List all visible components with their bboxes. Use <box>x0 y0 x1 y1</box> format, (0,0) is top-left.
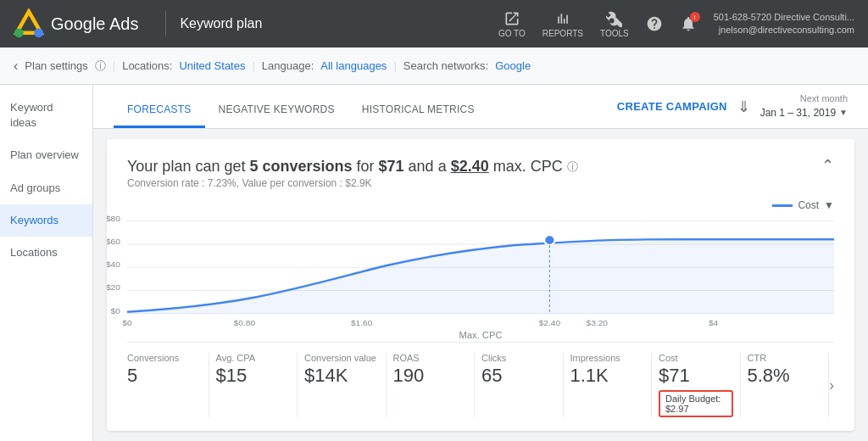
main-layout: Keyword ideas Plan overview Ad groups Ke… <box>0 85 868 441</box>
avg-cpa-label: Avg. CPA <box>216 353 291 363</box>
svg-point-1 <box>34 28 43 37</box>
metric-avg-cpa: Avg. CPA $15 <box>209 353 298 417</box>
chart-legend: Cost ▼ <box>127 199 834 211</box>
conversion-value-label: Conversion value <box>304 353 379 363</box>
goto-icon <box>504 10 520 27</box>
navbar-logo: Google Ads <box>14 8 152 39</box>
legend-dropdown-icon[interactable]: ▼ <box>824 199 834 211</box>
user-info: 501-628-5720 Directive Consulti... jnels… <box>714 11 854 37</box>
ctr-value: 5.8% <box>748 365 822 387</box>
date-range: Next month Jan 1 – 31, 2019 ▼ <box>760 92 848 120</box>
goto-label: GO TO <box>498 29 526 38</box>
svg-text:$4: $4 <box>709 319 719 328</box>
sidebar: Keyword ideas Plan overview Ad groups Ke… <box>0 85 93 441</box>
svg-text:$0: $0 <box>122 319 132 328</box>
download-button[interactable]: ⇓ <box>737 98 750 116</box>
collapse-button[interactable]: ⌃ <box>821 156 834 175</box>
ctr-label: CTR <box>748 353 822 363</box>
impressions-label: Impressions <box>570 353 645 363</box>
metric-impressions: Impressions 1.1K <box>564 353 653 417</box>
legend-line <box>772 204 793 207</box>
language-label: Language: <box>262 59 314 72</box>
info-icon: ⓘ <box>95 59 106 74</box>
notifications-button[interactable]: ! <box>680 15 697 32</box>
tab-negative-keywords[interactable]: NEGATIVE KEYWORDS <box>205 103 348 128</box>
create-campaign-button[interactable]: CREATE CAMPAIGN <box>617 100 727 113</box>
sub-header: ‹ Plan settings ⓘ | Locations: United St… <box>0 47 868 85</box>
content-area: FORECASTS NEGATIVE KEYWORDS HISTORICAL M… <box>93 85 868 441</box>
svg-text:$20: $20 <box>107 283 120 293</box>
google-ads-logo <box>14 8 44 39</box>
date-range-label: Next month <box>800 92 848 105</box>
cost-value: $71 <box>659 365 733 387</box>
reports-icon <box>554 10 571 27</box>
svg-text:$1.60: $1.60 <box>351 319 373 328</box>
plan-settings-label: Plan settings <box>25 59 87 72</box>
notification-badge: ! <box>690 12 700 22</box>
chart-panel: Your plan can get 5 conversions for $71 … <box>107 139 854 431</box>
chart-header: Your plan can get 5 conversions for $71 … <box>127 156 834 196</box>
metrics-more-button[interactable]: › <box>829 353 834 417</box>
help-button[interactable] <box>646 15 663 32</box>
metric-clicks: Clicks 65 <box>475 353 564 417</box>
metric-cost: Cost $71 Daily Budget: $2.97 <box>652 353 741 417</box>
sidebar-item-keywords[interactable]: Keywords <box>0 204 92 237</box>
back-button[interactable]: ‹ <box>14 59 18 74</box>
tools-icon <box>606 10 623 27</box>
navbar-actions: GO TO REPORTS TOOLS ! 501-628-5720 Direc… <box>498 10 854 38</box>
reports-label: REPORTS <box>542 29 583 38</box>
roas-value: 190 <box>393 365 468 387</box>
chart-title-area: Your plan can get 5 conversions for $71 … <box>127 156 578 196</box>
metrics-row: Conversions 5 Avg. CPA $15 Conversion va… <box>127 342 834 417</box>
conversions-value: 5 <box>127 365 202 387</box>
cost-chart: $80 $60 $40 $20 $0 Cost <box>127 215 834 338</box>
help-icon <box>646 15 663 32</box>
chart-subtitle: Conversion rate : 7.23%, Value per conve… <box>127 177 578 189</box>
tabs-left: FORECASTS NEGATIVE KEYWORDS HISTORICAL M… <box>114 85 488 128</box>
sidebar-item-ad-groups[interactable]: Ad groups <box>0 172 92 204</box>
metric-ctr: CTR 5.8% <box>741 353 830 417</box>
svg-text:$0: $0 <box>111 306 121 315</box>
sidebar-item-locations[interactable]: Locations <box>0 237 92 269</box>
sidebar-item-plan-overview[interactable]: Plan overview <box>0 139 92 171</box>
tabs-bar: FORECASTS NEGATIVE KEYWORDS HISTORICAL M… <box>93 85 868 129</box>
tab-historical-metrics[interactable]: HISTORICAL METRICS <box>348 103 488 128</box>
reports-button[interactable]: REPORTS <box>542 10 583 38</box>
avg-cpa-value: $15 <box>216 365 291 387</box>
daily-budget-badge: Daily Budget: $2.97 <box>659 390 733 417</box>
tabs-right: CREATE CAMPAIGN ⇓ Next month Jan 1 – 31,… <box>617 92 848 120</box>
search-networks-label: Search networks: <box>403 59 488 72</box>
sidebar-item-keyword-ideas[interactable]: Keyword ideas <box>0 92 92 139</box>
cost-label: Cost <box>659 353 733 363</box>
svg-text:$60: $60 <box>107 237 120 246</box>
locations-label: Locations: <box>122 59 172 72</box>
search-networks-value[interactable]: Google <box>495 59 531 72</box>
goto-button[interactable]: GO TO <box>498 10 526 38</box>
svg-text:$40: $40 <box>107 260 120 270</box>
chart-area: $80 $60 $40 $20 $0 Cost <box>127 215 834 338</box>
svg-text:$3.20: $3.20 <box>587 319 609 328</box>
metric-conversion-value: Conversion value $14K <box>298 353 387 417</box>
user-phone: 501-628-5720 Directive Consulti... <box>714 11 854 24</box>
metric-roas: ROAS 190 <box>387 353 476 417</box>
tab-forecasts[interactable]: FORECASTS <box>114 103 205 128</box>
conversions-label: Conversions <box>127 353 202 363</box>
metric-conversions: Conversions 5 <box>127 353 209 417</box>
navbar-separator <box>165 11 166 36</box>
navbar-page-title: Keyword plan <box>180 16 262 31</box>
clicks-value: 65 <box>481 365 556 387</box>
navbar-brand: Google Ads <box>51 14 138 34</box>
legend-cost-label: Cost <box>798 199 819 211</box>
svg-point-2 <box>14 28 24 37</box>
tools-button[interactable]: TOOLS <box>600 10 629 38</box>
roas-label: ROAS <box>393 353 468 363</box>
navbar: Google Ads Keyword plan GO TO REPORTS TO… <box>0 0 868 47</box>
chevron-down-icon: ▼ <box>839 107 848 119</box>
language-value[interactable]: All languages <box>320 59 387 72</box>
date-range-value[interactable]: Jan 1 – 31, 2019 ▼ <box>760 106 848 120</box>
svg-text:$0.80: $0.80 <box>234 319 256 328</box>
clicks-label: Clicks <box>481 353 556 363</box>
locations-value[interactable]: United States <box>179 59 245 72</box>
conversion-value-value: $14K <box>304 365 379 387</box>
user-email: jnelson@directiveconsulting.com <box>714 24 854 36</box>
